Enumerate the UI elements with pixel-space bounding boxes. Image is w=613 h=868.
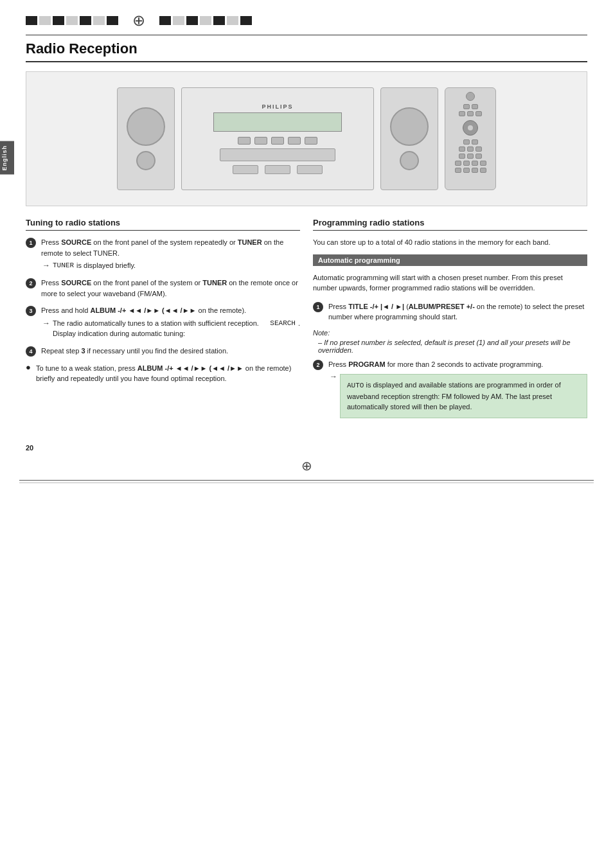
remote-button-row — [463, 104, 478, 109]
speaker-tweeter — [400, 151, 419, 170]
remote-btn — [467, 154, 474, 159]
tuning-bullet-step: ● To tune to a weak station, press ALBUM… — [26, 363, 300, 384]
prog-step-2-content: Press PROGRAM for more than 2 seconds to… — [328, 359, 587, 418]
bottom-crosshair-icon: ⊕ — [26, 458, 587, 474]
instructions-section: Tuning to radio stations 1 Press SOURCE … — [26, 218, 587, 425]
note-title: Note: — [313, 329, 587, 337]
auto-programming-header: Automatic programming — [313, 254, 587, 266]
remote-button-row — [459, 146, 482, 152]
remote-btn — [467, 146, 474, 152]
page-number: 20 — [26, 444, 587, 452]
auto-display: AUTO — [347, 382, 364, 389]
device-image: PHILIPS — [26, 71, 587, 206]
step-2-result: → AUTO is displayed and available statio… — [330, 371, 587, 418]
right-pattern — [159, 16, 252, 25]
bar-block — [186, 16, 198, 25]
programming-step-2: 2 Press PROGRAM for more than 2 seconds … — [313, 359, 587, 418]
unit-button — [271, 137, 284, 145]
step-1-content: Press SOURCE on the front panel of the s… — [41, 237, 300, 271]
remote-btn — [475, 154, 482, 159]
step-number-2: 2 — [26, 278, 36, 288]
programming-header: Programming radio stations — [313, 218, 587, 231]
programming-step-1: 1 Press TITLE -/+ |◄ / ►| (ALBUM/PRESET … — [313, 301, 587, 323]
bullet-icon: ● — [26, 362, 31, 372]
result-text-end: . — [298, 318, 300, 329]
programming-column: Programming radio stations You can store… — [313, 218, 587, 425]
prog-step-number-2: 2 — [313, 360, 323, 370]
bar-block — [240, 16, 252, 25]
display-screen — [213, 112, 342, 132]
result-text: is displayed briefly. — [76, 260, 136, 271]
arrow-icon: → — [42, 260, 50, 271]
remote-btn — [467, 111, 474, 116]
step-1-result: → TUNER is displayed briefly. — [42, 260, 300, 271]
auto-programming-intro: Automatic programming will start with a … — [313, 272, 587, 294]
arrow-icon: → — [330, 371, 337, 382]
remote-btn — [455, 168, 461, 173]
bottom-border-line — [19, 480, 594, 481]
crosshair-icon — [130, 12, 148, 30]
remote-btn — [463, 104, 470, 109]
display-result: TUNER — [53, 260, 74, 271]
remote-button-row — [455, 161, 486, 166]
speaker-woofer — [390, 107, 429, 146]
bar-block — [159, 16, 171, 25]
step-2-content: Press SOURCE on the front panel of the s… — [41, 278, 300, 299]
top-decorative-bar — [0, 0, 613, 30]
remote-btn — [459, 111, 465, 116]
step-number-1: 1 — [26, 238, 36, 248]
prog-step-1-content: Press TITLE -/+ |◄ / ►| (ALBUM/PRESET +/… — [328, 301, 587, 323]
cd-tray — [220, 148, 335, 161]
bottom-border-line-thin — [19, 483, 594, 483]
page-title: Radio Reception — [26, 40, 587, 62]
tuning-step-4: 4 Repeat step 3 if necessary until you f… — [26, 346, 300, 357]
stereo-system-illustration: PHILIPS — [104, 81, 509, 197]
remote-btn — [480, 161, 486, 166]
display-result: SEARCH — [270, 318, 296, 329]
step-4-content: Repeat step 3 if necessary until you fin… — [41, 346, 300, 357]
step-3-result: → The radio automatically tunes to a sta… — [42, 318, 300, 339]
remote-btn — [472, 161, 478, 166]
bar-block — [107, 16, 118, 25]
bar-block — [66, 16, 78, 25]
language-label: English — [0, 141, 14, 175]
bar-block — [93, 16, 105, 25]
bar-block — [213, 16, 225, 25]
right-speaker — [380, 87, 438, 190]
remote-btn — [463, 139, 470, 145]
remote-button-row — [459, 154, 482, 159]
remote-btn — [459, 146, 465, 152]
tuning-column: Tuning to radio stations 1 Press SOURCE … — [26, 218, 300, 425]
bullet-step-content: To tune to a weak station, press ALBUM -… — [36, 363, 300, 384]
arrow-icon: → — [42, 317, 50, 329]
left-pattern — [26, 16, 118, 25]
bar-block — [173, 16, 184, 25]
remote-btn — [472, 139, 478, 145]
prog-step-number-1: 1 — [313, 302, 323, 312]
bar-block — [227, 16, 238, 25]
remote-btn — [455, 161, 461, 166]
remote-btn — [472, 104, 478, 109]
bar-block — [53, 16, 64, 25]
remote-btn — [475, 146, 482, 152]
control-buttons — [238, 137, 317, 145]
speaker-woofer — [127, 107, 165, 146]
highlight-result: AUTO is displayed and available stations… — [340, 374, 587, 418]
result-text: The radio automatically tunes to a stati… — [53, 318, 267, 339]
step-number-3: 3 — [26, 306, 36, 316]
remote-btn — [480, 168, 486, 173]
speaker-tweeter — [136, 151, 155, 170]
unit-button — [238, 137, 251, 145]
programming-intro: You can store up to a total of 40 radio … — [313, 237, 587, 248]
step-3-content: Press and hold ALBUM -/+ ◄◄ /►► (◄◄ /►► … — [41, 305, 300, 339]
bar-block — [26, 16, 37, 25]
remote-button-row — [463, 139, 478, 145]
tuning-step-3: 3 Press and hold ALBUM -/+ ◄◄ /►► (◄◄ /►… — [26, 305, 300, 339]
tuning-step-1: 1 Press SOURCE on the front panel of the… — [26, 237, 300, 271]
bar-block — [200, 16, 211, 25]
note-item: – If no preset number is selected, defau… — [318, 339, 587, 354]
remote-btn — [459, 154, 465, 159]
remote-btn — [475, 111, 482, 116]
remote-btn — [472, 168, 478, 173]
unit-button — [288, 137, 301, 145]
